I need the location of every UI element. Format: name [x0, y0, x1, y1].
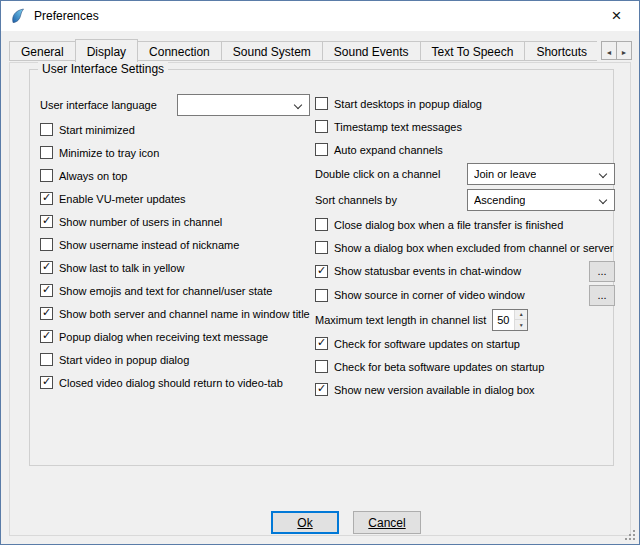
arrow-left-icon — [606, 43, 613, 58]
checkbox-box[interactable] — [315, 337, 328, 350]
ok-button[interactable]: Ok — [271, 511, 339, 534]
tab-scroll-buttons — [602, 41, 632, 60]
checkbox-box[interactable] — [40, 169, 53, 182]
titlebar[interactable]: Preferences — [1, 1, 639, 31]
tab-text-to-speech[interactable]: Text To Speech — [420, 41, 526, 61]
checkbox-box[interactable] — [40, 284, 53, 297]
checkbox-video-popup-dialog[interactable]: Start video in popup dialog — [40, 348, 310, 371]
checkbox-label: Show emojis and text for channel/user st… — [59, 285, 272, 297]
tab-shortcuts[interactable]: Shortcuts — [524, 41, 597, 61]
checkbox-timestamp-messages[interactable]: Timestamp text messages — [315, 115, 615, 138]
checkbox-box[interactable] — [315, 265, 328, 278]
checkbox-box[interactable] — [315, 143, 328, 156]
checkbox-box[interactable] — [40, 376, 53, 389]
checkbox-box[interactable] — [40, 261, 53, 274]
cancel-button-label: Cancel — [368, 516, 405, 530]
checkbox-label: Start minimized — [59, 124, 135, 136]
double-click-combobox[interactable]: Join or leave — [467, 163, 615, 185]
checkbox-emojis-text-state[interactable]: Show emojis and text for channel/user st… — [40, 279, 310, 302]
checkbox-box[interactable] — [315, 120, 328, 133]
right-column: Start desktops in popup dialog Timestamp… — [315, 92, 615, 401]
language-combobox[interactable] — [177, 94, 310, 116]
checkbox-label: Show statusbar events in chat-window — [334, 265, 521, 277]
double-click-label: Double click on a channel — [315, 168, 440, 180]
dialog-buttons: Ok Cancel — [271, 511, 421, 534]
tab-scroll-left-button[interactable] — [601, 41, 617, 60]
checkbox-last-to-talk-yellow[interactable]: Show last to talk in yellow — [40, 256, 310, 279]
checkbox-show-username[interactable]: Show username instead of nickname — [40, 233, 310, 256]
sort-channels-label: Sort channels by — [315, 194, 397, 206]
checkbox-server-channel-in-title[interactable]: Show both server and channel name in win… — [40, 302, 310, 325]
checkbox-box[interactable] — [40, 123, 53, 136]
spinner-value[interactable]: 50 — [493, 310, 514, 330]
language-label: User interface language — [40, 99, 157, 111]
statusbar-config-button[interactable]: ... — [589, 261, 615, 282]
checkbox-label: Auto expand channels — [334, 144, 443, 156]
checkbox-vu-meter-updates[interactable]: Enable VU-meter updates — [40, 187, 310, 210]
statusbar-events-row: Show statusbar events in chat-window ... — [315, 259, 615, 283]
checkbox-popup-text-message[interactable]: Popup dialog when receiving text message — [40, 325, 310, 348]
spinner-down-button[interactable] — [515, 320, 527, 330]
tab-sound-events[interactable]: Sound Events — [322, 41, 421, 61]
tab-scroll-right-button[interactable] — [616, 41, 632, 60]
tab-connection[interactable]: Connection — [137, 41, 222, 61]
checkbox-box[interactable] — [315, 289, 328, 302]
checkbox-always-on-top[interactable]: Always on top — [40, 164, 310, 187]
ui-settings-group: User Interface Settings User interface l… — [29, 69, 614, 466]
close-button[interactable] — [594, 1, 639, 30]
checkbox-box[interactable] — [40, 215, 53, 228]
checkbox-box[interactable] — [40, 307, 53, 320]
checkbox-label: Enable VU-meter updates — [59, 193, 186, 205]
checkbox-video-return-tab[interactable]: Closed video dialog should return to vid… — [40, 371, 310, 394]
app-icon — [10, 8, 26, 24]
checkbox-box[interactable] — [315, 383, 328, 396]
checkbox-close-on-transfer[interactable]: Close dialog box when a file transfer is… — [315, 213, 615, 236]
video-source-config-button[interactable]: ... — [589, 285, 615, 306]
checkbox-excluded-dialog[interactable]: Show a dialog box when excluded from cha… — [315, 236, 615, 259]
spinner-buttons — [514, 310, 527, 330]
spinner-up-button[interactable] — [515, 310, 527, 321]
checkbox-video-source-corner[interactable]: Show source in corner of video window — [315, 289, 525, 302]
checkbox-label: Timestamp text messages — [334, 121, 462, 133]
checkbox-box[interactable] — [315, 360, 328, 373]
checkbox-label: Popup dialog when receiving text message — [59, 331, 268, 343]
checkbox-new-version-dialog[interactable]: Show new version available in dialog box — [315, 378, 615, 401]
checkbox-label: Show number of users in channel — [59, 216, 222, 228]
tab-general[interactable]: General — [9, 41, 76, 61]
checkbox-label: Closed video dialog should return to vid… — [59, 377, 283, 389]
left-column: User interface language Start minimized … — [40, 92, 310, 394]
checkbox-box[interactable] — [40, 146, 53, 159]
resize-grip[interactable] — [624, 529, 636, 541]
combobox-value: Ascending — [474, 194, 525, 206]
checkbox-box[interactable] — [40, 353, 53, 366]
checkbox-box[interactable] — [40, 238, 53, 251]
tab-display[interactable]: Display — [75, 39, 138, 62]
checkbox-statusbar-events[interactable]: Show statusbar events in chat-window — [315, 265, 521, 278]
checkbox-minimize-to-tray[interactable]: Minimize to tray icon — [40, 141, 310, 164]
max-text-length-row: Maximum text length in channel list 50 — [315, 307, 615, 332]
video-source-row: Show source in corner of video window ..… — [315, 283, 615, 307]
max-text-length-spinner[interactable]: 50 — [492, 309, 528, 331]
checkbox-desktops-popup[interactable]: Start desktops in popup dialog — [315, 92, 615, 115]
cancel-button[interactable]: Cancel — [353, 511, 421, 534]
tab-bar: General Display Connection Sound System … — [9, 39, 597, 63]
checkbox-box[interactable] — [315, 241, 328, 254]
checkbox-box[interactable] — [315, 218, 328, 231]
double-click-row: Double click on a channel Join or leave — [315, 161, 615, 187]
checkbox-check-updates[interactable]: Check for software updates on startup — [315, 332, 615, 355]
checkbox-auto-expand-channels[interactable]: Auto expand channels — [315, 138, 615, 161]
checkbox-box[interactable] — [315, 97, 328, 110]
checkbox-show-user-count[interactable]: Show number of users in channel — [40, 210, 310, 233]
checkbox-start-minimized[interactable]: Start minimized — [40, 118, 310, 141]
checkbox-box[interactable] — [40, 330, 53, 343]
checkbox-label: Show source in corner of video window — [334, 289, 525, 301]
sort-channels-combobox[interactable]: Ascending — [467, 189, 615, 211]
checkbox-label: Show both server and channel name in win… — [59, 308, 310, 320]
checkbox-check-beta-updates[interactable]: Check for beta software updates on start… — [315, 355, 615, 378]
checkbox-box[interactable] — [40, 192, 53, 205]
ok-button-label: Ok — [297, 516, 312, 530]
checkbox-label: Start desktops in popup dialog — [334, 98, 482, 110]
tab-sound-system[interactable]: Sound System — [221, 41, 323, 61]
checkbox-label: Minimize to tray icon — [59, 147, 159, 159]
checkbox-label: Close dialog box when a file transfer is… — [334, 219, 563, 231]
